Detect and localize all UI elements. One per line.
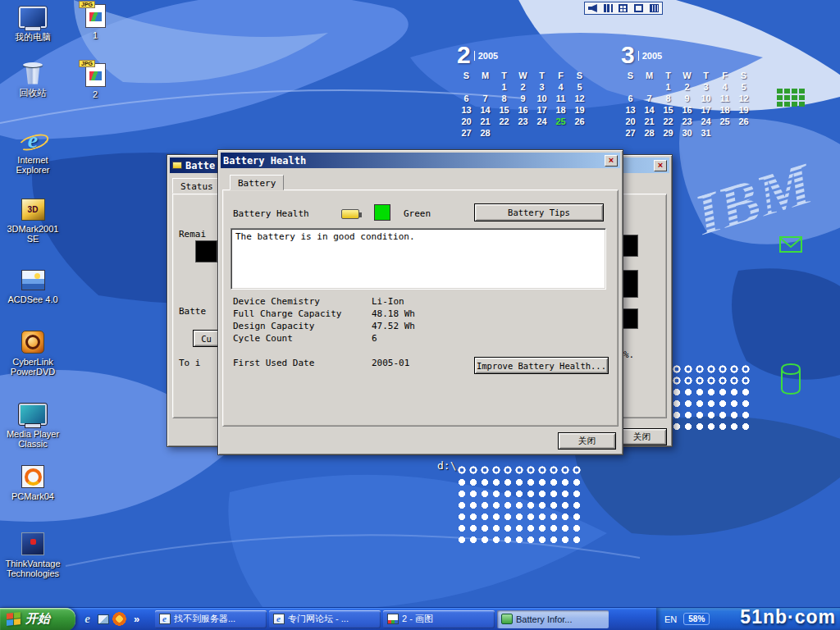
taskbar-task-ie-page[interactable]: 专门网论坛 - ...: [269, 610, 381, 628]
taskbar-task-ie-page[interactable]: 找不到服务器...: [155, 610, 267, 628]
battery-field-row: Cycle Count6: [233, 332, 594, 345]
battery-gauge-segment: [195, 240, 217, 262]
calendar-day: 5: [570, 82, 589, 94]
calendar-day: 19: [570, 105, 589, 116]
calendar-grid: SMTWTFS123456789101112131415161718192021…: [457, 71, 591, 139]
start-button[interactable]: 开始: [0, 608, 75, 630]
desktop-icon-3dmark[interactable]: 3DMark2001 SE: [3, 197, 62, 244]
field-label: Design Capacity: [233, 321, 372, 331]
desktop-icon-powerdvd[interactable]: CyberLink PowerDVD: [3, 330, 62, 377]
jpg-badge: JPG: [79, 1, 95, 8]
battery-icon: [501, 614, 513, 624]
desktop-icon-label: 回收站: [3, 88, 62, 98]
taskbar-task-battery[interactable]: Battery Infor...: [497, 610, 609, 628]
wallpaper-dots-filled: [671, 386, 751, 432]
close-button[interactable]: 关闭: [617, 428, 667, 445]
calendar-day: [514, 128, 532, 139]
task-label: 专门网论坛 - ...: [288, 613, 349, 625]
volume-bars-icon: [604, 4, 613, 12]
desktop-icon-pcmark[interactable]: PCMark04: [3, 464, 62, 501]
calendar-day: 19: [734, 105, 753, 116]
calendar-day: 23: [678, 116, 696, 128]
language-indicator[interactable]: EN: [664, 614, 677, 624]
title-bar[interactable]: Battery Health ×: [221, 153, 620, 168]
desktop-icon-label: Media Player Classic: [3, 429, 62, 449]
battery-fields: Device ChemistryLi-IonFull Charge Capaci…: [233, 295, 594, 345]
calendar-day: 8: [659, 94, 678, 105]
dialog-title: Battery Health: [223, 155, 306, 167]
wallpaper-dots-filled: [456, 477, 582, 546]
taskbar-task-paint[interactable]: 2 - 画图: [383, 610, 495, 628]
calendar-day-header: F: [715, 71, 734, 82]
field-label: Cycle Count: [233, 333, 372, 344]
file-icon-2[interactable]: JPG2: [71, 62, 120, 99]
desktop-icon-my-computer[interactable]: 我的电脑: [3, 5, 62, 42]
calendar-day: 11: [551, 94, 570, 105]
calendar-day: [715, 128, 734, 139]
desktop-icon-thinkvantage[interactable]: ThinkVantage Technologies: [3, 532, 62, 578]
file-icon-label: 1: [71, 30, 120, 40]
calendar-day: 13: [457, 105, 476, 116]
drive-label: d:\: [437, 459, 456, 472]
current-button[interactable]: Cu: [193, 330, 220, 347]
media-player-classic-icon: [19, 402, 47, 427]
remaining-label: Remai: [179, 229, 206, 240]
show-desktop-icon[interactable]: [98, 614, 109, 624]
internet-explorer-icon: [19, 128, 47, 153]
chevron-icon[interactable]: [130, 612, 144, 626]
ie-icon[interactable]: [80, 612, 94, 626]
calendar-day: 27: [457, 128, 476, 139]
desktop-icon-label: Internet Explorer: [3, 155, 62, 175]
calendar-day: 7: [640, 94, 659, 105]
desktop-icon-label: ACDSee 4.0: [3, 294, 62, 304]
close-icon[interactable]: ×: [654, 160, 667, 171]
desktop-icon-label: ThinkVantage Technologies: [3, 559, 62, 578]
desktop: IBM 我的电脑回收站Internet Explorer3DMark2001 S…: [0, 0, 840, 630]
battery-tray-indicator[interactable]: 58%: [683, 613, 710, 625]
calendar-day: 26: [734, 116, 753, 128]
calendar-day-header: S: [621, 71, 640, 82]
improve-battery-health-button[interactable]: Improve Battery Health...: [474, 357, 609, 374]
desktop-icon-recycle-bin[interactable]: 回收站: [3, 61, 62, 98]
task-label: 2 - 画图: [402, 613, 433, 625]
calendar-day: 18: [551, 105, 570, 116]
desktop-icon-label: 3DMark2001 SE: [3, 224, 62, 244]
desktop-icon-media-player-classic[interactable]: Media Player Classic: [3, 402, 62, 449]
desktop-icon-label: CyberLink PowerDVD: [3, 357, 62, 377]
calendar-day: 21: [640, 116, 659, 128]
health-status: Green: [404, 208, 431, 219]
osd-toolbar: [584, 2, 663, 15]
calendar-grid: SMTWTFS123456789101112131415161718192021…: [621, 71, 756, 139]
calendar-day: 3: [696, 82, 715, 94]
media-icon[interactable]: [112, 612, 126, 626]
close-button[interactable]: 关闭: [558, 432, 616, 450]
calendar-day: 10: [696, 94, 715, 105]
calendar-day: 9: [514, 94, 532, 105]
battery-health-dialog: Battery Health × Battery Battery Health …: [217, 149, 623, 455]
calendar-day: 11: [715, 94, 734, 105]
dialog-title: Batte: [185, 160, 215, 171]
calendar-day: 18: [715, 105, 734, 116]
close-icon[interactable]: ×: [605, 155, 618, 167]
battery-gauge-segment: [621, 235, 638, 257]
calendar-day-header: T: [696, 71, 715, 82]
tab-status[interactable]: Status: [172, 178, 221, 194]
calendar-day: 14: [640, 105, 659, 116]
start-label: 开始: [25, 611, 50, 627]
calendar-day: 3: [532, 82, 551, 94]
tab-battery[interactable]: Battery: [230, 175, 284, 190]
desktop-icon-internet-explorer[interactable]: Internet Explorer: [3, 128, 62, 175]
desktop-icon-label: 我的电脑: [3, 32, 62, 42]
calendar-header: 3 2005: [621, 43, 756, 71]
battery-tips-button[interactable]: Battery Tips: [474, 203, 604, 221]
desktop-icon-acdsee[interactable]: ACDSee 4.0: [3, 267, 62, 304]
windows-logo-icon: [7, 612, 21, 626]
calendar-day: [570, 128, 589, 139]
calendar-day: 9: [678, 94, 696, 105]
condition-textbox[interactable]: The battery is in good condition.: [231, 228, 606, 290]
calendar-day: 16: [514, 105, 532, 116]
calendar-day-header: S: [457, 71, 476, 82]
file-icon-1[interactable]: JPG1: [71, 3, 120, 40]
jpg-file-icon: JPG: [81, 62, 109, 87]
field-value: Li-Ion: [372, 296, 404, 307]
